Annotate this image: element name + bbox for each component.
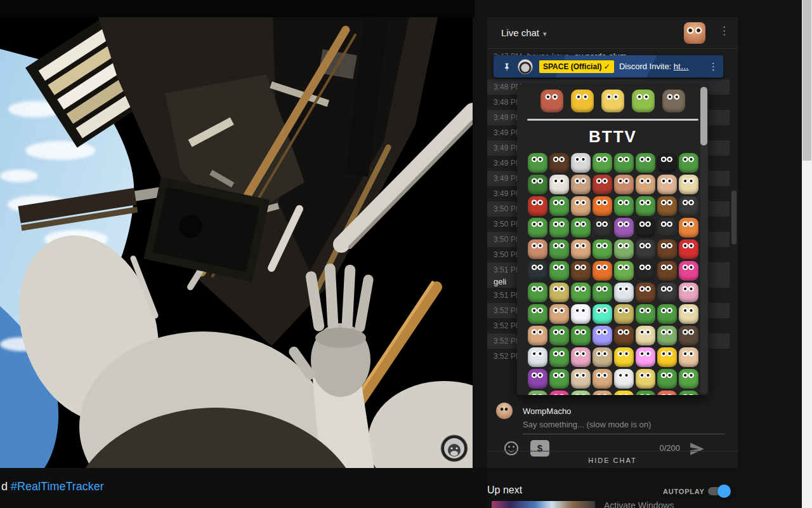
next-video-thumbnail[interactable] [492, 501, 595, 508]
emote-pepe-sad[interactable] [528, 153, 547, 173]
emote-bald-angry[interactable] [657, 175, 677, 194]
emote-pikachu-shock[interactable] [614, 347, 634, 367]
emote-pepe-laugh-gun[interactable] [571, 218, 591, 237]
emote-pepe-point2[interactable] [549, 369, 569, 389]
emote-red-angry[interactable] [593, 175, 612, 194]
emote-orange-fish[interactable] [679, 218, 698, 237]
emote-cockatiel-cool[interactable] [571, 90, 594, 112]
emote-pepe-cap[interactable] [549, 347, 569, 367]
emote-ksi-stare[interactable] [614, 326, 634, 345]
emote-man-black-tee[interactable] [593, 218, 612, 237]
emote-ghost-smoke[interactable] [549, 175, 569, 194]
live-chat-dropdown[interactable]: Live chat▾ [501, 27, 547, 38]
emote-harold-smile[interactable] [593, 369, 612, 389]
emote-coffee-cup[interactable] [549, 153, 569, 173]
autoplay-toggle[interactable] [708, 487, 730, 495]
emote-pepe-eyes[interactable] [528, 283, 547, 302]
emote-pepe-smug[interactable] [549, 261, 569, 281]
emote-dab-purple[interactable] [528, 369, 547, 389]
chat-message-input[interactable] [523, 418, 724, 434]
emote-pepe-cute[interactable] [593, 239, 612, 259]
emote-pepe-point[interactable] [549, 326, 569, 345]
emote-pepe-smile[interactable] [679, 153, 698, 173]
emote-man-laugh[interactable] [528, 239, 547, 259]
emote-pepe-suit[interactable] [528, 175, 547, 194]
emote-alien-green[interactable] [657, 326, 677, 345]
emote-angry-face-meme[interactable] [540, 90, 563, 112]
emote-pepe-hands[interactable] [636, 391, 655, 395]
current-user-avatar[interactable] [496, 403, 513, 419]
emote-forsen-laugh[interactable] [571, 239, 591, 259]
emote-chick-yellow[interactable] [614, 391, 634, 395]
emote-flesh-blob[interactable] [679, 347, 698, 367]
emote-pepe-devil[interactable] [528, 218, 547, 237]
emote-shades-guy[interactable] [657, 218, 677, 237]
chat-user-avatar[interactable] [684, 22, 705, 44]
emote-asian-pog[interactable] [636, 175, 655, 194]
emote-pepe-pog-wide[interactable] [593, 283, 612, 302]
emote-anime-guy[interactable] [662, 90, 685, 112]
emote-pepe-cool-dark[interactable] [657, 153, 677, 173]
emote-kiwi-bird[interactable] [528, 261, 547, 281]
emote-meatball[interactable] [657, 196, 677, 216]
emote-crab[interactable] [657, 391, 677, 395]
emote-asian-close[interactable] [549, 304, 569, 324]
emote-doge-wheat[interactable] [571, 369, 591, 389]
emote-tongue-white[interactable] [614, 369, 634, 389]
chat-scrollbar-thumb[interactable] [731, 190, 737, 244]
pinned-menu-kebab-icon[interactable]: ⋮ [709, 61, 718, 72]
emote-pepe-blanket[interactable] [679, 391, 698, 395]
emote-alien-dance[interactable] [528, 391, 547, 395]
emote-kiss-man[interactable] [614, 175, 634, 194]
emote-banana-pepe[interactable] [636, 326, 655, 345]
emote-shades-black[interactable] [636, 261, 655, 281]
emote-pepe-lie[interactable] [549, 239, 569, 259]
emote-pepe-cry[interactable] [614, 153, 634, 173]
emote-pepe-gun2[interactable] [657, 304, 677, 324]
browser-scrollbar-thumb[interactable] [802, 0, 811, 161]
emote-pepe-green2[interactable] [679, 369, 698, 389]
emote-pepe-gear[interactable] [528, 304, 547, 324]
emote-asian-grin[interactable] [528, 326, 547, 345]
emote-orange-blob[interactable] [593, 196, 612, 216]
hashtag-link[interactable]: #RealTimeTracker [11, 480, 104, 493]
emote-orange-mini[interactable] [593, 261, 612, 281]
emote-nic-cage[interactable] [571, 175, 591, 194]
emote-black-think[interactable] [571, 261, 591, 281]
emote-smoke-hand[interactable] [571, 153, 591, 173]
emote-hulk[interactable] [614, 261, 634, 281]
emote-pepe-pog2[interactable] [571, 283, 591, 302]
browser-scrollbar[interactable] [802, 0, 812, 508]
emote-confused-guy[interactable] [657, 261, 677, 281]
emote-toilet-pepe[interactable] [614, 283, 634, 302]
emote-anime-hoodie-girl[interactable] [571, 391, 591, 395]
emote-simp-card[interactable] [657, 347, 677, 367]
emote-red-laugh[interactable] [679, 239, 698, 259]
video-player[interactable] [0, 17, 473, 468]
emote-umbrella-pink[interactable] [679, 261, 698, 281]
emote-green-blob[interactable] [632, 90, 655, 112]
emote-harold-laugh[interactable] [593, 391, 612, 395]
hide-chat-button[interactable]: HIDE CHAT [487, 451, 738, 468]
emote-pencil-dab[interactable] [593, 326, 612, 345]
emote-pepe-wave[interactable] [636, 196, 655, 216]
emote-pepe-witch[interactable] [657, 369, 677, 389]
emote-anime-blonde[interactable] [679, 175, 698, 194]
emote-cap-shades-man[interactable] [614, 304, 634, 324]
emote-fish-yellow[interactable] [636, 369, 655, 389]
emote-pepe-pog[interactable] [593, 153, 612, 173]
pinned-message-banner[interactable]: SPACE (Official) ✓ Discord Invite: ht… ⋮ [494, 55, 723, 77]
chat-menu-kebab-icon[interactable]: ⋮ [719, 25, 730, 36]
emote-tongue-pink[interactable] [636, 347, 655, 367]
emote-splash-pink[interactable] [679, 283, 698, 302]
emote-pug[interactable] [593, 347, 612, 367]
emote-pepe-jam[interactable] [614, 196, 634, 216]
emote-bomber-white[interactable] [528, 347, 547, 367]
emote-scrollbar-thumb[interactable] [700, 87, 707, 145]
emote-pepe-gun[interactable] [549, 218, 569, 237]
emote-monkey-dark[interactable] [636, 239, 655, 259]
emote-pepe-boxer[interactable] [549, 196, 569, 216]
emote-pepe-happy[interactable] [571, 326, 591, 345]
emote-red-scream[interactable] [528, 196, 547, 216]
emote-f-press-key[interactable] [549, 283, 569, 302]
